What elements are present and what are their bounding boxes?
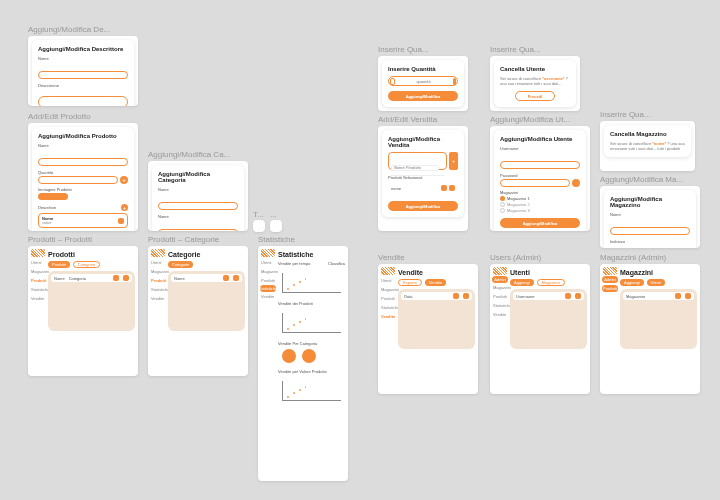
- logo: [31, 249, 45, 257]
- submit-button[interactable]: Aggiungi/Modifica: [388, 201, 458, 211]
- edit-icon[interactable]: [118, 218, 124, 224]
- export-button[interactable]: Esporta: [398, 279, 422, 286]
- sidebar-item[interactable]: Statistiche: [492, 301, 508, 310]
- name-input[interactable]: [610, 227, 690, 235]
- name-input[interactable]: [38, 158, 128, 166]
- artboard-title: Inserire Qua...: [378, 45, 458, 54]
- artboard-t2: [270, 220, 282, 232]
- radio-icon[interactable]: [500, 202, 505, 207]
- password-input[interactable]: [500, 179, 570, 187]
- username-input[interactable]: [500, 161, 580, 169]
- sidebar-item[interactable]: Vendite: [30, 294, 46, 303]
- description-input[interactable]: [38, 96, 128, 107]
- add-button[interactable]: Aggiungi: [510, 279, 534, 286]
- card-title: Aggiungi/Modifica Vendita: [388, 136, 458, 148]
- minus-icon[interactable]: [390, 78, 395, 85]
- sidebar-item[interactable]: Magazzini: [260, 267, 276, 276]
- sidebar-prod-pill[interactable]: Prodotti: [602, 285, 618, 292]
- sidebar-item[interactable]: Magazzini: [30, 267, 46, 276]
- descriptors-label: Descrittori: [38, 205, 56, 210]
- artboard-title: Inserire Qua...: [600, 110, 690, 119]
- sidebar-item[interactable]: Prodotti: [492, 292, 508, 301]
- submit-button[interactable]: Aggiungi/Modifica: [500, 218, 580, 228]
- name-input[interactable]: [158, 202, 238, 210]
- product-search[interactable]: [391, 165, 439, 171]
- artboard-edit-category: Aggiungi/Modifica Categoria Nome Nome Ag…: [148, 161, 248, 231]
- image-button[interactable]: [38, 193, 68, 200]
- delete-icon[interactable]: [449, 185, 455, 191]
- table-area: Nome: [168, 271, 245, 331]
- add-button[interactable]: Aggiungi: [620, 279, 644, 286]
- sidebar-item[interactable]: Magazzini: [150, 267, 166, 276]
- tab-prodotti[interactable]: Prodotti: [48, 261, 70, 268]
- table-header: Nome Categoria: [51, 274, 132, 282]
- sidebar-item-active[interactable]: Prodotti: [30, 276, 46, 285]
- pie-chart: [282, 349, 296, 363]
- edit-icon[interactable]: [441, 185, 447, 191]
- sidebar-item[interactable]: Utenti: [380, 276, 396, 285]
- plus-icon[interactable]: [453, 78, 457, 85]
- sidebar-item[interactable]: Utenti: [260, 258, 276, 267]
- radio-icon[interactable]: [500, 208, 505, 213]
- add-icon[interactable]: +: [120, 176, 128, 184]
- action-icon[interactable]: [685, 293, 691, 299]
- sidebar-item[interactable]: Vendite: [492, 310, 508, 319]
- sidebar-item-active[interactable]: Prodotti: [150, 276, 166, 285]
- sidebar-item[interactable]: Utenti: [30, 258, 46, 267]
- table-area: Nome Categoria: [48, 271, 135, 331]
- action-icon[interactable]: [123, 275, 129, 281]
- tab-categorie[interactable]: Categorie: [168, 261, 193, 268]
- sidebar-admin-pill[interactable]: Admin: [602, 276, 618, 283]
- proceed-button[interactable]: Procedi: [515, 91, 555, 101]
- tab-users[interactable]: Utenti: [647, 279, 665, 286]
- sidebar-item[interactable]: Statistiche: [380, 303, 396, 312]
- name2-input[interactable]: [158, 229, 238, 232]
- action-icon[interactable]: [575, 293, 581, 299]
- sidebar-item[interactable]: Vendite: [260, 292, 276, 301]
- action-icon[interactable]: [453, 293, 459, 299]
- radio-checked-icon[interactable]: [500, 196, 505, 201]
- action-icon[interactable]: [223, 275, 229, 281]
- add-descriptor-button[interactable]: +: [121, 204, 128, 211]
- sidebar-item-active[interactable]: Vendite: [380, 312, 396, 321]
- field-label: Username: [500, 146, 580, 151]
- field-label: Nome: [610, 212, 690, 217]
- sidebar-item[interactable]: Magazzini: [380, 285, 396, 294]
- quantity-input[interactable]: [38, 176, 118, 184]
- tab-categorie[interactable]: Categorie: [73, 261, 100, 268]
- tab-vendite[interactable]: Vendite: [425, 279, 446, 286]
- artboard-title: Statistiche: [258, 235, 338, 244]
- sidebar-item[interactable]: Magazzini: [492, 283, 508, 292]
- warning-text: Sei sicuro di cancellare *username* ? un…: [500, 76, 570, 86]
- sidebar-admin-pill[interactable]: Admin: [492, 276, 508, 283]
- artboard-sales: Utenti Magazzini Prodotti Statistiche Ve…: [378, 264, 478, 394]
- action-icon[interactable]: [113, 275, 119, 281]
- artboard-title: Add/Edit Prodotto: [28, 112, 128, 121]
- name-input[interactable]: [38, 71, 128, 79]
- card-title: Aggiungi/Modifica Utente: [500, 136, 580, 142]
- sidebar-item[interactable]: Prodotti: [260, 276, 276, 285]
- sidebar: Admin Magazzini Prodotti Statistiche Ven…: [492, 276, 508, 319]
- card-title: Aggiungi/Modifica Prodotto: [38, 133, 128, 139]
- qty-input[interactable]: [397, 78, 451, 85]
- quantity-stepper[interactable]: [388, 76, 458, 86]
- action-icon[interactable]: [565, 293, 571, 299]
- item-name: nome: [391, 186, 401, 191]
- artboard-t1: [253, 220, 265, 232]
- show-icon[interactable]: [572, 179, 580, 187]
- action-icon[interactable]: [463, 293, 469, 299]
- sidebar-item[interactable]: Prodotti: [380, 294, 396, 303]
- sidebar-item[interactable]: Utenti: [150, 258, 166, 267]
- tab-warehouses[interactable]: Magazzini: [537, 279, 565, 286]
- sidebar-item[interactable]: Statistiche: [150, 285, 166, 294]
- sidebar-item[interactable]: Vendite: [150, 294, 166, 303]
- sidebar-item-active[interactable]: Statistiche: [260, 285, 276, 292]
- sidebar-item[interactable]: Statistiche: [30, 285, 46, 294]
- table-area: Data: [398, 289, 475, 349]
- add-icon[interactable]: +: [449, 152, 458, 170]
- page-heading: Magazzini: [620, 269, 697, 276]
- action-icon[interactable]: [675, 293, 681, 299]
- submit-button[interactable]: Aggiungi/Modifica: [388, 91, 458, 101]
- action-icon[interactable]: [233, 275, 239, 281]
- card-title: Aggiungi/Modifica Descrittore: [38, 46, 128, 52]
